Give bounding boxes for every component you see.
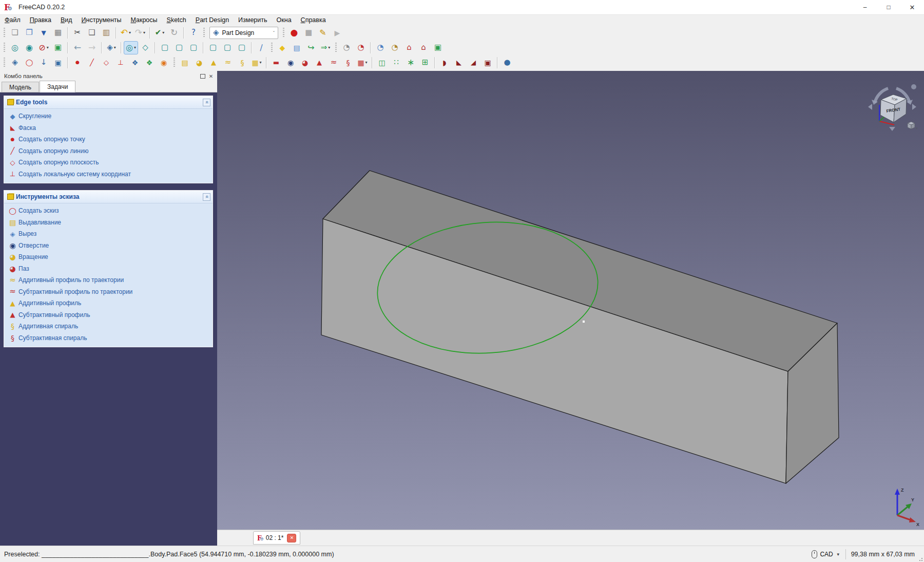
task-item-local-cs[interactable]: ⊥Создать локальную систему координат [4,168,213,180]
boolean-operation-button[interactable]: ● [500,56,514,69]
task-item-additive-loft[interactable]: ▲Аддитивный профиль [4,297,213,309]
view-isometric-button[interactable]: ◇ [138,41,152,54]
whats-this-button[interactable]: ? [186,26,201,40]
task-item-p-fillet[interactable]: ◆Скругление [4,110,213,122]
toolbar-drag-handle[interactable] [174,58,175,68]
tab-tasks[interactable]: Задачи [40,81,75,92]
nav-forward-button[interactable]: → [85,41,99,54]
create-group-button[interactable]: ▤ [290,41,304,54]
addon-tool-6-button[interactable]: ⌂ [416,41,431,54]
task-item-additive-helix[interactable]: §Аддитивная спираль [4,321,213,332]
revolution-button[interactable]: ◕ [192,56,206,69]
sync-view-button[interactable]: ▣ [51,41,65,54]
linear-pattern-button[interactable]: ∷ [389,56,403,69]
subtractive-helix-button[interactable]: § [341,56,355,69]
menu-инструменты[interactable]: Инструменты [77,15,126,25]
thickness-button[interactable]: ▣ [480,56,495,69]
open-file-button[interactable]: ❐ [22,26,36,40]
datum-plane-button[interactable]: ◇ [99,56,113,69]
view-top-button[interactable]: ▢ [172,41,186,54]
create-body-button[interactable]: ◈ [8,56,22,69]
view-right-button[interactable]: ▢ [186,41,201,54]
resize-grip[interactable] [918,556,923,561]
chamfer-button[interactable]: ◣ [452,56,466,69]
dock-float-button[interactable] [199,72,207,80]
macro-play-button[interactable]: ▶ [330,26,344,40]
toolbar-drag-handle[interactable] [203,28,205,38]
addon-tool-4-button[interactable]: ◔ [388,41,402,54]
navcube-bottom-arrow[interactable] [889,127,895,131]
dropdown-arrow-icon[interactable]: ▾ [134,45,136,50]
task-item-pad[interactable]: ▤Выдавливание [4,217,213,229]
dropdown-arrow-icon[interactable]: ▾ [260,60,262,65]
link-actions-button[interactable]: ⇒▾ [318,41,333,54]
print-button[interactable]: ▦ [51,26,65,40]
addon-tool-1-button[interactable]: ◔ [339,41,354,54]
dropdown-arrow-icon[interactable]: ▾ [162,30,164,35]
multitransform-button[interactable]: ⊞ [418,56,432,69]
addon-tool-3-button[interactable]: ◔ [373,41,388,54]
task-item-create-sketch[interactable]: ◯Создать эскиз [4,205,213,217]
task-item-datum-line[interactable]: ╱Создать опорную линию [4,145,213,157]
clone-button[interactable]: ◉ [157,56,171,69]
task-item-subtractive-pipe[interactable]: ≈Субтрактивный профиль по траектории [4,286,213,298]
toolbar-drag-handle[interactable] [4,28,5,38]
navigation-style-selector[interactable]: CAD ▼ [812,550,840,558]
recompute-button[interactable]: ↻ [167,26,181,40]
viewport-3d[interactable]: FRONT TOP ▾ [217,71,924,530]
map-sketch-to-face-button[interactable]: ▣ [51,56,65,69]
task-item-groove[interactable]: ◕Паз [4,263,213,275]
additive-loft-button[interactable]: ▲ [206,56,221,69]
menu-справка[interactable]: Справка [296,15,331,25]
dropdown-arrow-icon[interactable]: ▾ [47,45,49,50]
view-bottom-button[interactable]: ▢ [220,41,235,54]
dropdown-arrow-icon[interactable]: ▾ [328,45,330,50]
make-link-button[interactable]: ↪ [304,41,318,54]
menu-правка[interactable]: Правка [25,15,56,25]
window-close-button[interactable]: ✕ [900,0,924,14]
fit-selection-button[interactable]: ◉ [22,41,36,54]
task-item-datum-point[interactable]: ●Создать опорную точку [4,134,213,145]
additive-pipe-button[interactable]: ≈ [221,56,235,69]
edit-sketch-button[interactable]: ↓ [36,56,51,69]
polar-pattern-button[interactable]: ∗ [403,56,418,69]
navcube-left-arrow[interactable] [868,104,872,110]
view-front-button[interactable]: ▢ [158,41,172,54]
toolbar-drag-handle[interactable] [271,43,273,53]
section-collapse-button[interactable]: « [203,193,210,201]
subtractive-loft-button[interactable]: ▲ [312,56,326,69]
fit-all-button[interactable]: ◎ [8,41,22,54]
task-item-additive-pipe[interactable]: ≈Аддитивный профиль по траектории [4,274,213,286]
menu-part-design[interactable]: Part Design [191,15,234,25]
document-tab-close-button[interactable]: ✕ [287,534,296,542]
view-left-button[interactable]: ▢ [235,41,249,54]
subtractive-primitives-button[interactable]: ▦▾ [355,56,370,69]
macro-edit-button[interactable]: ✎ [316,26,330,40]
toolbar-drag-handle[interactable] [4,43,5,53]
fillet-button[interactable]: ◗ [437,56,452,69]
subtractive-pipe-button[interactable]: ≈ [326,56,341,69]
addon-tool-5-button[interactable]: ⌂ [402,41,416,54]
zoom-tools-button[interactable]: ◎▾ [124,41,138,54]
menu-макросы[interactable]: Макросы [126,15,162,25]
dropdown-arrow-icon[interactable]: ▾ [365,60,368,65]
menu-вид[interactable]: Вид [56,15,77,25]
pocket-button[interactable]: ▬ [269,56,283,69]
task-item-revolution[interactable]: ◕Вращение [4,251,213,263]
dropdown-arrow-icon[interactable]: ▾ [114,45,116,50]
navigation-cube[interactable]: FRONT TOP ▾ [867,81,918,133]
toolbar-drag-handle[interactable] [335,43,337,53]
view-rear-button[interactable]: ▢ [206,41,220,54]
measure-distance-button[interactable]: ∕ [254,41,268,54]
menu-окна[interactable]: Окна [272,15,296,25]
addon-tool-2-button[interactable]: ◔ [354,41,368,54]
toolbar-drag-handle[interactable] [4,58,5,68]
datum-point-button[interactable]: ● [70,56,85,69]
nav-back-button[interactable]: ← [70,41,85,54]
task-item-p-pocket[interactable]: ◈Вырез [4,228,213,240]
task-item-datum-plane[interactable]: ◇Создать опорную плоскость [4,157,213,168]
cut-button[interactable]: ✂ [70,26,85,40]
dock-close-button[interactable]: ✕ [207,72,215,80]
pad-button[interactable]: ▤ [178,56,192,69]
tab-model[interactable]: Модель [2,82,39,92]
